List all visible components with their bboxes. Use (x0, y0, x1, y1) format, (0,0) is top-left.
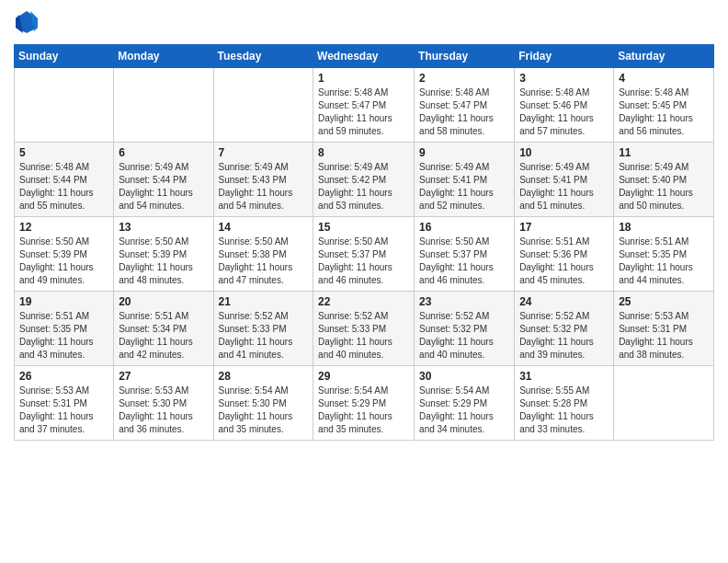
day-number: 30 (419, 370, 509, 383)
day-cell: 30Sunrise: 5:54 AM Sunset: 5:29 PM Dayli… (415, 366, 515, 441)
day-cell (15, 68, 114, 143)
day-info: Sunrise: 5:51 AM Sunset: 5:35 PM Dayligh… (619, 236, 709, 287)
day-cell: 20Sunrise: 5:51 AM Sunset: 5:34 PM Dayli… (114, 292, 213, 366)
logo-icon (14, 9, 40, 35)
day-number: 3 (519, 72, 609, 85)
logo (14, 9, 43, 35)
week-row-5: 26Sunrise: 5:53 AM Sunset: 5:31 PM Dayli… (15, 366, 714, 441)
day-number: 2 (419, 72, 509, 85)
day-number: 17 (519, 221, 609, 234)
day-info: Sunrise: 5:51 AM Sunset: 5:35 PM Dayligh… (19, 310, 108, 362)
day-cell: 2Sunrise: 5:48 AM Sunset: 5:47 PM Daylig… (415, 68, 515, 143)
day-info: Sunrise: 5:53 AM Sunset: 5:30 PM Dayligh… (119, 385, 208, 436)
day-cell: 15Sunrise: 5:50 AM Sunset: 5:37 PM Dayli… (313, 217, 415, 292)
day-cell (213, 68, 313, 143)
day-number: 8 (318, 146, 409, 159)
day-number: 14 (219, 221, 309, 234)
day-info: Sunrise: 5:51 AM Sunset: 5:36 PM Dayligh… (519, 236, 609, 287)
day-info: Sunrise: 5:54 AM Sunset: 5:30 PM Dayligh… (219, 385, 309, 436)
day-number: 29 (318, 370, 409, 383)
day-cell: 26Sunrise: 5:53 AM Sunset: 5:31 PM Dayli… (15, 366, 114, 441)
day-info: Sunrise: 5:49 AM Sunset: 5:42 PM Dayligh… (318, 161, 409, 213)
day-number: 24 (519, 295, 609, 308)
day-info: Sunrise: 5:49 AM Sunset: 5:43 PM Dayligh… (219, 161, 309, 213)
day-cell: 4Sunrise: 5:48 AM Sunset: 5:45 PM Daylig… (614, 68, 714, 143)
day-info: Sunrise: 5:48 AM Sunset: 5:47 PM Dayligh… (318, 86, 409, 138)
day-cell: 22Sunrise: 5:52 AM Sunset: 5:33 PM Dayli… (313, 292, 415, 366)
day-number: 16 (419, 221, 509, 234)
day-info: Sunrise: 5:51 AM Sunset: 5:34 PM Dayligh… (119, 310, 208, 362)
day-info: Sunrise: 5:50 AM Sunset: 5:39 PM Dayligh… (19, 236, 108, 287)
day-cell: 25Sunrise: 5:53 AM Sunset: 5:31 PM Dayli… (614, 292, 714, 366)
day-cell: 27Sunrise: 5:53 AM Sunset: 5:30 PM Dayli… (114, 366, 213, 441)
calendar: SundayMondayTuesdayWednesdayThursdayFrid… (14, 44, 714, 441)
day-number: 25 (619, 295, 709, 308)
weekday-monday: Monday (114, 45, 213, 68)
day-number: 9 (419, 146, 509, 159)
day-info: Sunrise: 5:48 AM Sunset: 5:46 PM Dayligh… (519, 86, 609, 138)
day-number: 6 (119, 146, 208, 159)
day-cell: 5Sunrise: 5:48 AM Sunset: 5:44 PM Daylig… (15, 143, 114, 217)
day-info: Sunrise: 5:48 AM Sunset: 5:47 PM Dayligh… (419, 86, 509, 138)
day-info: Sunrise: 5:52 AM Sunset: 5:32 PM Dayligh… (419, 310, 509, 362)
day-number: 10 (519, 146, 609, 159)
day-cell: 19Sunrise: 5:51 AM Sunset: 5:35 PM Dayli… (15, 292, 114, 366)
day-cell: 29Sunrise: 5:54 AM Sunset: 5:29 PM Dayli… (313, 366, 415, 441)
weekday-thursday: Thursday (415, 45, 515, 68)
day-cell: 8Sunrise: 5:49 AM Sunset: 5:42 PM Daylig… (313, 143, 415, 217)
day-info: Sunrise: 5:54 AM Sunset: 5:29 PM Dayligh… (419, 385, 509, 436)
day-info: Sunrise: 5:50 AM Sunset: 5:39 PM Dayligh… (119, 236, 208, 287)
day-info: Sunrise: 5:53 AM Sunset: 5:31 PM Dayligh… (19, 385, 108, 436)
weekday-wednesday: Wednesday (313, 45, 415, 68)
day-number: 15 (318, 221, 409, 234)
day-cell: 31Sunrise: 5:55 AM Sunset: 5:28 PM Dayli… (515, 366, 614, 441)
day-number: 13 (119, 221, 208, 234)
day-cell: 12Sunrise: 5:50 AM Sunset: 5:39 PM Dayli… (15, 217, 114, 292)
day-info: Sunrise: 5:52 AM Sunset: 5:32 PM Dayligh… (519, 310, 609, 362)
day-number: 28 (219, 370, 309, 383)
day-number: 19 (19, 295, 108, 308)
day-info: Sunrise: 5:49 AM Sunset: 5:41 PM Dayligh… (419, 161, 509, 213)
day-cell: 13Sunrise: 5:50 AM Sunset: 5:39 PM Dayli… (114, 217, 213, 292)
weekday-saturday: Saturday (614, 45, 714, 68)
day-number: 31 (519, 370, 609, 383)
day-info: Sunrise: 5:49 AM Sunset: 5:44 PM Dayligh… (119, 161, 208, 213)
day-number: 5 (19, 146, 108, 159)
day-cell: 3Sunrise: 5:48 AM Sunset: 5:46 PM Daylig… (515, 68, 614, 143)
week-row-4: 19Sunrise: 5:51 AM Sunset: 5:35 PM Dayli… (15, 292, 714, 366)
day-cell: 16Sunrise: 5:50 AM Sunset: 5:37 PM Dayli… (415, 217, 515, 292)
day-cell: 28Sunrise: 5:54 AM Sunset: 5:30 PM Dayli… (213, 366, 313, 441)
day-cell: 6Sunrise: 5:49 AM Sunset: 5:44 PM Daylig… (114, 143, 213, 217)
day-info: Sunrise: 5:49 AM Sunset: 5:40 PM Dayligh… (619, 161, 709, 213)
day-info: Sunrise: 5:50 AM Sunset: 5:38 PM Dayligh… (219, 236, 309, 287)
day-number: 12 (19, 221, 108, 234)
day-info: Sunrise: 5:50 AM Sunset: 5:37 PM Dayligh… (419, 236, 509, 287)
week-row-1: 1Sunrise: 5:48 AM Sunset: 5:47 PM Daylig… (15, 68, 714, 143)
header (14, 9, 714, 35)
day-info: Sunrise: 5:54 AM Sunset: 5:29 PM Dayligh… (318, 385, 409, 436)
day-cell: 11Sunrise: 5:49 AM Sunset: 5:40 PM Dayli… (614, 143, 714, 217)
day-number: 26 (19, 370, 108, 383)
day-number: 4 (619, 72, 709, 85)
day-number: 23 (419, 295, 509, 308)
day-cell: 18Sunrise: 5:51 AM Sunset: 5:35 PM Dayli… (614, 217, 714, 292)
day-info: Sunrise: 5:53 AM Sunset: 5:31 PM Dayligh… (619, 310, 709, 362)
day-cell: 14Sunrise: 5:50 AM Sunset: 5:38 PM Dayli… (213, 217, 313, 292)
day-cell: 7Sunrise: 5:49 AM Sunset: 5:43 PM Daylig… (213, 143, 313, 217)
day-cell (114, 68, 213, 143)
day-number: 18 (619, 221, 709, 234)
week-row-2: 5Sunrise: 5:48 AM Sunset: 5:44 PM Daylig… (15, 143, 714, 217)
day-number: 1 (318, 72, 409, 85)
weekday-sunday: Sunday (15, 45, 114, 68)
day-number: 7 (219, 146, 309, 159)
page: SundayMondayTuesdayWednesdayThursdayFrid… (0, 0, 728, 563)
day-number: 20 (119, 295, 208, 308)
day-cell (614, 366, 714, 441)
day-info: Sunrise: 5:52 AM Sunset: 5:33 PM Dayligh… (318, 310, 409, 362)
day-number: 21 (219, 295, 309, 308)
day-cell: 21Sunrise: 5:52 AM Sunset: 5:33 PM Dayli… (213, 292, 313, 366)
day-info: Sunrise: 5:50 AM Sunset: 5:37 PM Dayligh… (318, 236, 409, 287)
weekday-friday: Friday (515, 45, 614, 68)
day-number: 27 (119, 370, 208, 383)
weekday-tuesday: Tuesday (213, 45, 313, 68)
